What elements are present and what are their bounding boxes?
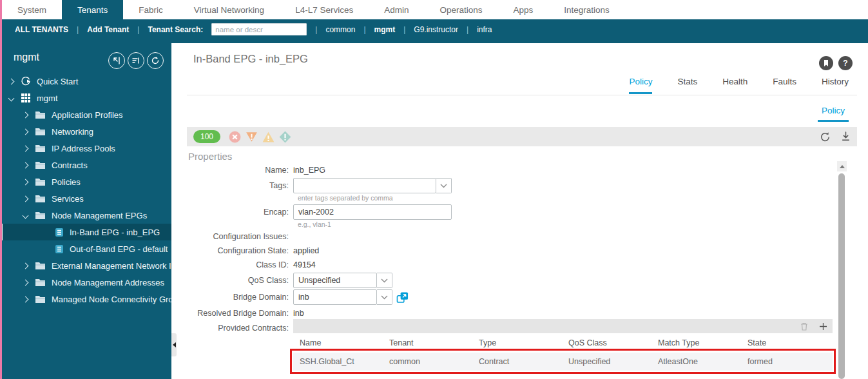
chevron-down-icon[interactable] [8, 95, 15, 101]
tab-policy[interactable]: Policy [629, 77, 652, 94]
help-icon[interactable]: ? [838, 56, 853, 70]
properties-scrollbar[interactable] [837, 161, 847, 379]
nav-item-integrations[interactable]: Integrations [548, 0, 625, 19]
refresh-icon[interactable] [820, 131, 831, 142]
separator: | [315, 25, 317, 34]
tenant-search-label: Tenant Search: [148, 25, 203, 34]
sidebar-collapse-handle[interactable] [171, 333, 177, 356]
encap-input[interactable] [293, 204, 452, 220]
fault-major-icon[interactable] [245, 130, 258, 144]
fault-minor-icon[interactable] [262, 130, 275, 144]
tree-label: IP Address Pools [52, 144, 115, 153]
undock-icon[interactable] [108, 52, 125, 69]
folder-icon [35, 144, 46, 153]
tenant-link-infra[interactable]: infra [477, 25, 492, 34]
col-header-type[interactable]: Type [472, 338, 562, 347]
fault-warning-icon[interactable] [278, 130, 292, 144]
chevron-down-icon[interactable] [23, 212, 29, 219]
chevron-right-icon[interactable] [23, 128, 29, 135]
tree-label: Networking [52, 127, 93, 137]
name-value: inb_EPG [293, 166, 325, 175]
fault-critical-icon[interactable] [228, 130, 242, 144]
all-tenants-link[interactable]: ALL TENANTS [15, 25, 68, 34]
field-label: QoS Class: [187, 276, 293, 285]
sidebar-item-out-of-band-epg[interactable]: Out-of-Band EPG - default [0, 240, 171, 257]
bridge-domain-select[interactable]: inb [293, 289, 377, 305]
chevron-right-icon[interactable] [23, 112, 29, 118]
chevron-right-icon[interactable] [23, 145, 29, 151]
triangle-left-icon [173, 342, 176, 347]
subtab-policy[interactable]: Policy [818, 106, 849, 122]
chevron-down-icon[interactable] [377, 273, 392, 288]
field-tags: Tags: [187, 177, 651, 194]
qos-class-select[interactable]: Unspecified [293, 273, 377, 288]
tenant-tree-sidebar: mgmt Quick Start [0, 43, 171, 379]
separator: | [403, 25, 405, 34]
tab-health[interactable]: Health [722, 77, 747, 94]
separator: | [363, 25, 365, 34]
chevron-down-icon[interactable] [377, 289, 392, 305]
divider [187, 95, 857, 95]
col-header-name[interactable]: Name [293, 338, 383, 347]
download-icon[interactable] [841, 131, 851, 142]
nav-item-tenants[interactable]: Tenants [62, 0, 123, 19]
sidebar-item-networking[interactable]: Networking [0, 123, 171, 140]
chevron-down-icon[interactable] [436, 178, 452, 193]
tenant-link-mgmt[interactable]: mgmt [374, 25, 396, 34]
add-contract-icon[interactable] [819, 322, 827, 331]
chevron-right-icon[interactable] [23, 279, 29, 286]
nav-item-apps[interactable]: Apps [498, 0, 549, 19]
tab-history[interactable]: History [822, 77, 849, 94]
sidebar-item-node-management-addresses[interactable]: Node Management Addresses [0, 274, 171, 291]
sidebar-item-in-band-epg[interactable]: In-Band EPG - inb_EPG [0, 224, 171, 240]
sidebar-item-contracts[interactable]: Contracts [0, 157, 171, 173]
chevron-right-icon[interactable] [23, 296, 29, 302]
nav-item-l4-l7-services[interactable]: L4-L7 Services [280, 0, 369, 19]
contract-row-ssh-global-ct[interactable]: SSH.Global_Ct common Contract Unspecifie… [293, 353, 833, 371]
sidebar-item-mgmt[interactable]: mgmt [0, 90, 171, 106]
sidebar-item-external-management-network[interactable]: External Management Network Insta [0, 257, 171, 274]
scrollbar-thumb[interactable] [838, 173, 845, 379]
col-header-state[interactable]: State [741, 338, 831, 347]
chevron-right-icon[interactable] [23, 195, 29, 202]
sidebar-item-node-management-epgs[interactable]: Node Management EPGs [0, 207, 171, 224]
chevron-right-icon[interactable] [8, 78, 15, 84]
tenant-link-common[interactable]: common [325, 25, 355, 34]
sidebar-item-ip-address-pools[interactable]: IP Address Pools [0, 140, 171, 157]
cell-match-type: AtleastOne [651, 357, 741, 366]
delete-contract-icon[interactable] [800, 322, 809, 331]
sidebar-item-policies[interactable]: Policies [0, 173, 171, 190]
chevron-right-icon[interactable] [23, 179, 29, 185]
col-header-qos-class[interactable]: QoS Class [562, 338, 651, 347]
nav-item-system[interactable]: System [2, 0, 62, 19]
nav-item-virtual-networking[interactable]: Virtual Networking [178, 0, 280, 19]
scroll-up-button[interactable] [837, 161, 847, 171]
tags-input[interactable] [293, 178, 436, 193]
open-bridge-domain-icon[interactable] [396, 291, 409, 304]
filter-icon[interactable] [128, 52, 144, 69]
tab-stats[interactable]: Stats [677, 77, 697, 94]
field-config-state: Configuration State: applied [187, 244, 651, 258]
sidebar-item-managed-node-connectivity-groups[interactable]: Managed Node Connectivity Groups [0, 291, 171, 307]
folder-icon [35, 194, 46, 203]
col-header-match-type[interactable]: Match Type [651, 338, 741, 347]
sidebar-item-quick-start[interactable]: Quick Start [0, 73, 171, 90]
tenant-search-input[interactable] [211, 23, 307, 35]
tab-faults[interactable]: Faults [773, 77, 796, 94]
chevron-right-icon[interactable] [23, 262, 29, 269]
separator: | [467, 25, 468, 34]
folder-icon [35, 160, 46, 170]
nav-item-fabric[interactable]: Fabric [123, 0, 178, 19]
tree-label: Contracts [52, 160, 88, 170]
nav-item-operations[interactable]: Operations [424, 0, 497, 19]
bookmark-icon[interactable] [819, 56, 833, 70]
nav-item-admin[interactable]: Admin [369, 0, 424, 19]
field-class-id: Class ID: 49154 [187, 258, 651, 272]
tenant-link-g9-instructor[interactable]: G9.instructor [414, 25, 458, 34]
sidebar-item-application-profiles[interactable]: Application Profiles [0, 106, 171, 123]
chevron-right-icon[interactable] [23, 162, 29, 168]
add-tenant-link[interactable]: Add Tenant [87, 25, 129, 34]
refresh-tree-icon[interactable] [147, 52, 164, 69]
col-header-tenant[interactable]: Tenant [383, 338, 472, 347]
sidebar-item-services[interactable]: Services [0, 190, 171, 207]
